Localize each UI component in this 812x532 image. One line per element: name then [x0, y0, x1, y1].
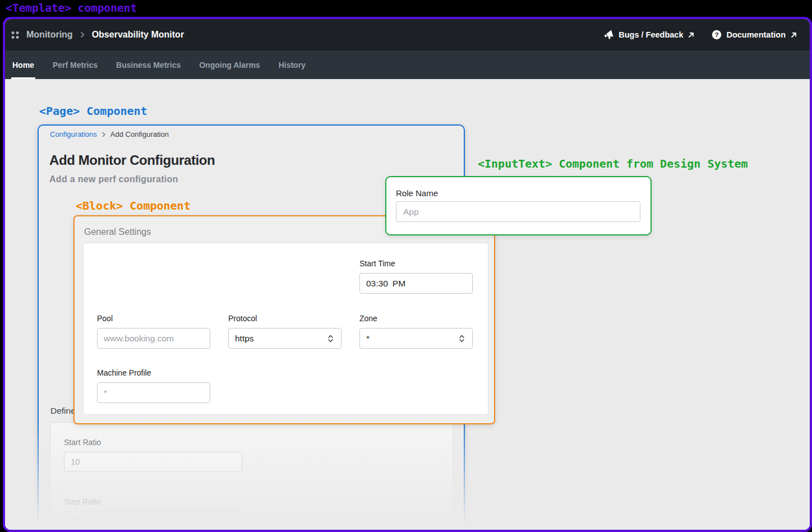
- breadcrumb-current: Add Configuration: [110, 130, 169, 138]
- tab-ongoing-alarms[interactable]: Ongoing Alarms: [198, 50, 261, 79]
- block-component: General Settings Start Time 03:30 PM Poo…: [73, 215, 495, 424]
- documentation-label: Documentation: [726, 30, 786, 39]
- start-ratio-label: Start Ratio: [64, 438, 242, 447]
- content-area: <Page> Component Configurations Add Conf…: [5, 79, 810, 530]
- block-title: General Settings: [84, 227, 151, 237]
- app-grid-icon[interactable]: [11, 30, 19, 39]
- zone-select[interactable]: *: [359, 328, 473, 349]
- chevron-right-icon: [79, 31, 86, 39]
- protocol-field: Protocol https: [228, 314, 342, 349]
- app-header: Monitoring Observability Monitor Bugs / …: [5, 19, 810, 50]
- question-circle-icon: ?: [712, 30, 722, 40]
- breadcrumb-app-name[interactable]: Monitoring: [26, 30, 73, 40]
- machine-profile-input[interactable]: [104, 388, 204, 398]
- load-pattern-block: Start Ratio 10 Step Ratio 10: [50, 422, 453, 532]
- protocol-select[interactable]: https: [228, 328, 342, 349]
- tab-perf-metrics[interactable]: Perf Metrics: [52, 50, 99, 79]
- machine-profile-field: Machine Profile: [97, 368, 210, 403]
- pool-field: Pool: [97, 314, 210, 349]
- external-link-icon: [790, 31, 797, 39]
- tab-business-metrics[interactable]: Business Metrics: [115, 50, 182, 79]
- tab-bar: Home Perf Metrics Business Metrics Ongoi…: [5, 50, 810, 79]
- bugs-feedback-label: Bugs / Feedback: [619, 30, 683, 39]
- breadcrumb: Configurations Add Configuration: [50, 130, 169, 138]
- define-section-heading: Define: [50, 406, 76, 416]
- breadcrumb-configurations-link[interactable]: Configurations: [50, 130, 97, 138]
- zone-label: Zone: [359, 314, 473, 323]
- unfold-chevrons-icon: [326, 334, 335, 343]
- machine-profile-label: Machine Profile: [97, 368, 210, 377]
- chevron-right-icon: [101, 131, 107, 138]
- step-ratio-field: Step Ratio 10: [64, 497, 242, 531]
- protocol-label: Protocol: [228, 314, 342, 323]
- svg-text:?: ?: [715, 31, 719, 38]
- unfold-chevrons-icon: [458, 334, 466, 343]
- pool-input-wrap: [97, 328, 210, 349]
- page-annotation: <Page> Component: [39, 104, 147, 118]
- page-subtitle: Add a new perf configuration: [49, 174, 178, 184]
- bugs-feedback-link[interactable]: Bugs / Feedback: [604, 30, 695, 40]
- general-settings-card: Start Time 03:30 PM Pool Protocol: [83, 243, 488, 415]
- tab-home[interactable]: Home: [11, 50, 35, 79]
- machine-profile-input-wrap: [97, 382, 210, 403]
- start-time-label: Start Time: [359, 259, 473, 268]
- start-ratio-input[interactable]: 10: [64, 452, 242, 471]
- megaphone-icon: [604, 30, 614, 40]
- role-name-input[interactable]: [396, 201, 640, 222]
- start-time-input[interactable]: 03:30 PM: [359, 273, 473, 294]
- input-text-annotation: <InputText> Component from Design System: [478, 157, 748, 170]
- documentation-link[interactable]: ? Documentation: [712, 30, 797, 40]
- zone-field: Zone *: [359, 314, 473, 349]
- external-link-icon: [688, 31, 695, 39]
- step-ratio-input[interactable]: 10: [64, 511, 242, 531]
- template-annotation: <Template> component: [6, 1, 137, 15]
- pool-input[interactable]: [104, 334, 204, 344]
- start-time-field: Start Time 03:30 PM: [359, 259, 473, 294]
- page-title: Add Monitor Configuration: [49, 152, 215, 168]
- block-annotation: <Block> Component: [76, 199, 191, 212]
- tab-history[interactable]: History: [278, 50, 307, 79]
- input-text-component: Role Name: [385, 176, 652, 235]
- role-name-label: Role Name: [396, 188, 438, 198]
- page-header-title: Observability Monitor: [92, 30, 184, 40]
- start-ratio-field: Start Ratio 10: [64, 438, 242, 471]
- pool-label: Pool: [97, 314, 210, 323]
- app-window: Monitoring Observability Monitor Bugs / …: [3, 17, 812, 532]
- step-ratio-label: Step Ratio: [64, 497, 242, 506]
